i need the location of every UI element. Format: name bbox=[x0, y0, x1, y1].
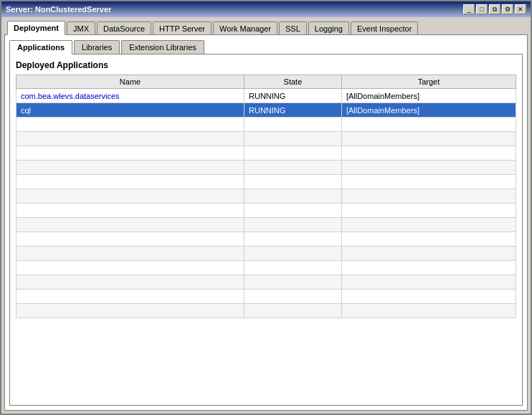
table-row-empty bbox=[16, 247, 516, 261]
subtab-libraries[interactable]: Libraries bbox=[74, 40, 120, 54]
table-row-empty bbox=[16, 175, 516, 189]
window-controls: _ □ ⧉ ⚙ ✕ bbox=[463, 4, 526, 14]
maximize-button[interactable]: □ bbox=[476, 4, 488, 14]
table-row-empty bbox=[16, 275, 516, 290]
cell-target: [AllDomainMembers] bbox=[341, 89, 516, 103]
minimize-button[interactable]: _ bbox=[463, 4, 475, 14]
cell-state: RUNNING bbox=[244, 89, 342, 103]
app-name-link[interactable]: com.bea.wlevs.dataservices bbox=[21, 92, 120, 100]
tab-ssl[interactable]: SSL bbox=[279, 22, 307, 35]
table-row-empty bbox=[16, 204, 516, 218]
restore-button[interactable]: ⧉ bbox=[489, 4, 500, 14]
col-header-name: Name bbox=[16, 75, 244, 89]
tab-http-server[interactable]: HTTP Server bbox=[153, 22, 212, 35]
tab-logging[interactable]: Logging bbox=[308, 22, 349, 35]
tab-event-inspector[interactable]: Event Inspector bbox=[351, 22, 418, 35]
main-window: Server: NonClusteredServer _ □ ⧉ ⚙ ✕ Dep… bbox=[0, 0, 532, 415]
table-row[interactable]: com.bea.wlevs.dataservices RUNNING [AllD… bbox=[16, 89, 516, 103]
content-area: Deployment JMX DataSource HTTP Server Wo… bbox=[1, 17, 531, 414]
window-title: Server: NonClusteredServer bbox=[6, 5, 111, 14]
col-header-target: Target bbox=[341, 75, 516, 89]
sub-tabs: Applications Libraries Extension Librari… bbox=[9, 39, 523, 54]
table-row[interactable]: cql RUNNING [AllDomainMembers] bbox=[16, 103, 516, 118]
table-row-empty bbox=[16, 290, 516, 304]
table-row-empty bbox=[16, 261, 516, 275]
table-row-empty bbox=[16, 118, 516, 132]
main-tabs: Deployment JMX DataSource HTTP Server Wo… bbox=[4, 20, 528, 34]
cell-name[interactable]: com.bea.wlevs.dataservices bbox=[16, 89, 244, 103]
section-title: Deployed Applications bbox=[16, 60, 516, 70]
table-row-empty bbox=[16, 218, 516, 232]
tab-jmx[interactable]: JMX bbox=[67, 22, 95, 35]
table-row-empty bbox=[16, 132, 516, 146]
tab-work-manager[interactable]: Work Manager bbox=[213, 22, 277, 35]
settings-button[interactable]: ⚙ bbox=[502, 4, 513, 14]
table-row-empty bbox=[16, 146, 516, 161]
close-button[interactable]: ✕ bbox=[515, 4, 526, 14]
tab-datasource[interactable]: DataSource bbox=[97, 22, 151, 35]
tab-deployment[interactable]: Deployment bbox=[7, 21, 65, 35]
app-name-link[interactable]: cql bbox=[21, 106, 31, 115]
title-bar: Server: NonClusteredServer _ □ ⧉ ⚙ ✕ bbox=[1, 1, 531, 17]
table-row-empty bbox=[16, 304, 516, 318]
main-panel: Applications Libraries Extension Librari… bbox=[4, 34, 528, 411]
cell-state: RUNNING bbox=[244, 103, 342, 118]
sub-panel: Deployed Applications Name State Target … bbox=[9, 54, 523, 406]
subtab-applications[interactable]: Applications bbox=[9, 40, 72, 54]
cell-name[interactable]: cql bbox=[16, 103, 244, 118]
col-header-state: State bbox=[244, 75, 342, 89]
cell-target: [AllDomainMembers] bbox=[341, 103, 516, 118]
table-row-empty bbox=[16, 232, 516, 247]
applications-table: Name State Target com.bea.wlevs.dataserv… bbox=[16, 75, 516, 318]
table-row-empty bbox=[16, 161, 516, 175]
subtab-extension-libraries[interactable]: Extension Libraries bbox=[121, 40, 204, 54]
table-row-empty bbox=[16, 189, 516, 204]
